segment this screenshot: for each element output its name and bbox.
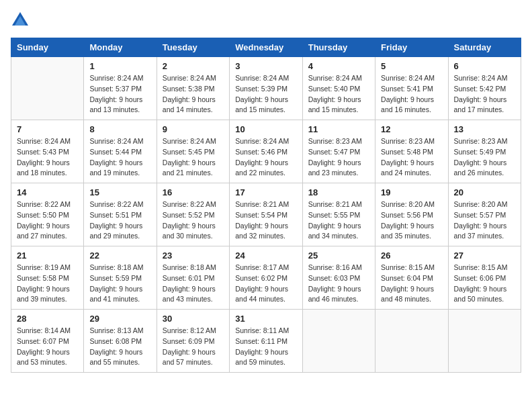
day-number: 4	[308, 61, 369, 71]
calendar-cell: 17Sunrise: 8:21 AMSunset: 5:54 PMDayligh…	[230, 183, 302, 246]
day-number: 31	[235, 314, 296, 324]
day-detail: Sunrise: 8:18 AMSunset: 6:01 PMDaylight:…	[163, 263, 224, 305]
calendar-cell: 3Sunrise: 8:24 AMSunset: 5:39 PMDaylight…	[230, 57, 302, 120]
day-detail: Sunrise: 8:24 AMSunset: 5:41 PMDaylight:…	[381, 73, 442, 116]
day-number: 28	[17, 314, 78, 324]
calendar-cell: 30Sunrise: 8:12 AMSunset: 6:09 PMDayligh…	[157, 310, 229, 373]
day-detail: Sunrise: 8:22 AMSunset: 5:50 PMDaylight:…	[17, 199, 78, 242]
day-number: 19	[381, 187, 442, 197]
day-detail: Sunrise: 8:12 AMSunset: 6:09 PMDaylight:…	[163, 326, 224, 368]
weekday-header-saturday: Saturday	[448, 38, 521, 57]
day-number: 11	[308, 124, 369, 134]
calendar-cell: 14Sunrise: 8:22 AMSunset: 5:50 PMDayligh…	[11, 183, 84, 246]
day-number: 22	[89, 250, 150, 261]
day-number: 17	[235, 187, 296, 197]
day-detail: Sunrise: 8:24 AMSunset: 5:37 PMDaylight:…	[89, 73, 150, 116]
calendar-cell: 15Sunrise: 8:22 AMSunset: 5:51 PMDayligh…	[84, 183, 157, 246]
calendar-week-4: 21Sunrise: 8:19 AMSunset: 5:58 PMDayligh…	[11, 246, 521, 310]
calendar-cell: 4Sunrise: 8:24 AMSunset: 5:40 PMDaylight…	[302, 57, 375, 120]
day-number: 13	[454, 124, 515, 134]
day-detail: Sunrise: 8:23 AMSunset: 5:49 PMDaylight:…	[454, 136, 515, 179]
day-detail: Sunrise: 8:24 AMSunset: 5:44 PMDaylight:…	[89, 136, 150, 179]
day-number: 16	[163, 187, 224, 197]
calendar-table: SundayMondayTuesdayWednesdayThursdayFrid…	[11, 38, 521, 373]
day-detail: Sunrise: 8:16 AMSunset: 6:03 PMDaylight:…	[308, 263, 369, 305]
day-number: 26	[381, 250, 442, 261]
day-detail: Sunrise: 8:13 AMSunset: 6:08 PMDaylight:…	[89, 326, 150, 368]
day-number: 23	[163, 250, 224, 261]
day-number: 12	[381, 124, 442, 134]
day-number: 10	[235, 124, 296, 134]
day-detail: Sunrise: 8:23 AMSunset: 5:48 PMDaylight:…	[381, 136, 442, 179]
day-detail: Sunrise: 8:15 AMSunset: 6:06 PMDaylight:…	[454, 263, 515, 305]
day-number: 6	[454, 61, 515, 71]
weekday-header-thursday: Thursday	[302, 38, 375, 57]
day-detail: Sunrise: 8:21 AMSunset: 5:55 PMDaylight:…	[308, 199, 369, 242]
page-header	[11, 11, 521, 30]
calendar-cell: 24Sunrise: 8:17 AMSunset: 6:02 PMDayligh…	[230, 246, 302, 310]
calendar-cell: 26Sunrise: 8:15 AMSunset: 6:04 PMDayligh…	[375, 246, 448, 310]
day-number: 8	[89, 124, 150, 134]
calendar-cell	[11, 57, 84, 120]
calendar-cell: 29Sunrise: 8:13 AMSunset: 6:08 PMDayligh…	[84, 310, 157, 373]
calendar-cell: 8Sunrise: 8:24 AMSunset: 5:44 PMDaylight…	[84, 120, 157, 183]
weekday-header-wednesday: Wednesday	[230, 38, 302, 57]
day-number: 14	[17, 187, 78, 197]
day-number: 1	[89, 61, 150, 71]
calendar-cell: 6Sunrise: 8:24 AMSunset: 5:42 PMDaylight…	[448, 57, 521, 120]
day-number: 3	[235, 61, 296, 71]
calendar-cell	[302, 310, 375, 373]
calendar-cell: 19Sunrise: 8:20 AMSunset: 5:56 PMDayligh…	[375, 183, 448, 246]
calendar-cell	[448, 310, 521, 373]
day-detail: Sunrise: 8:24 AMSunset: 5:40 PMDaylight:…	[308, 73, 369, 116]
weekday-header-monday: Monday	[84, 38, 157, 57]
logo-icon	[11, 11, 30, 30]
calendar-cell: 12Sunrise: 8:23 AMSunset: 5:48 PMDayligh…	[375, 120, 448, 183]
day-detail: Sunrise: 8:22 AMSunset: 5:51 PMDaylight:…	[89, 199, 150, 242]
day-detail: Sunrise: 8:18 AMSunset: 5:59 PMDaylight:…	[89, 263, 150, 305]
calendar-week-1: 1Sunrise: 8:24 AMSunset: 5:37 PMDaylight…	[11, 57, 521, 120]
calendar-cell: 21Sunrise: 8:19 AMSunset: 5:58 PMDayligh…	[11, 246, 84, 310]
day-detail: Sunrise: 8:14 AMSunset: 6:07 PMDaylight:…	[17, 326, 78, 368]
day-number: 24	[235, 250, 296, 261]
calendar-cell: 16Sunrise: 8:22 AMSunset: 5:52 PMDayligh…	[157, 183, 229, 246]
day-number: 21	[17, 250, 78, 261]
day-detail: Sunrise: 8:24 AMSunset: 5:43 PMDaylight:…	[17, 136, 78, 179]
day-number: 25	[308, 250, 369, 261]
calendar-cell: 27Sunrise: 8:15 AMSunset: 6:06 PMDayligh…	[448, 246, 521, 310]
calendar-cell: 18Sunrise: 8:21 AMSunset: 5:55 PMDayligh…	[302, 183, 375, 246]
day-detail: Sunrise: 8:24 AMSunset: 5:39 PMDaylight:…	[235, 73, 296, 116]
calendar-cell: 20Sunrise: 8:20 AMSunset: 5:57 PMDayligh…	[448, 183, 521, 246]
calendar-cell: 31Sunrise: 8:11 AMSunset: 6:11 PMDayligh…	[230, 310, 302, 373]
day-detail: Sunrise: 8:23 AMSunset: 5:47 PMDaylight:…	[308, 136, 369, 179]
day-detail: Sunrise: 8:24 AMSunset: 5:42 PMDaylight:…	[454, 73, 515, 116]
day-detail: Sunrise: 8:17 AMSunset: 6:02 PMDaylight:…	[235, 263, 296, 305]
day-number: 30	[163, 314, 224, 324]
day-detail: Sunrise: 8:20 AMSunset: 5:57 PMDaylight:…	[454, 199, 515, 242]
calendar-cell: 23Sunrise: 8:18 AMSunset: 6:01 PMDayligh…	[157, 246, 229, 310]
day-detail: Sunrise: 8:11 AMSunset: 6:11 PMDaylight:…	[235, 326, 296, 368]
weekday-header-friday: Friday	[375, 38, 448, 57]
day-detail: Sunrise: 8:21 AMSunset: 5:54 PMDaylight:…	[235, 199, 296, 242]
day-number: 20	[454, 187, 515, 197]
day-number: 27	[454, 250, 515, 261]
weekday-header-row: SundayMondayTuesdayWednesdayThursdayFrid…	[11, 38, 521, 57]
day-detail: Sunrise: 8:24 AMSunset: 5:38 PMDaylight:…	[163, 73, 224, 116]
day-number: 29	[89, 314, 150, 324]
calendar-cell: 25Sunrise: 8:16 AMSunset: 6:03 PMDayligh…	[302, 246, 375, 310]
weekday-header-sunday: Sunday	[11, 38, 84, 57]
day-number: 5	[381, 61, 442, 71]
calendar-cell: 2Sunrise: 8:24 AMSunset: 5:38 PMDaylight…	[157, 57, 229, 120]
day-number: 7	[17, 124, 78, 134]
calendar-cell: 9Sunrise: 8:24 AMSunset: 5:45 PMDaylight…	[157, 120, 229, 183]
day-detail: Sunrise: 8:19 AMSunset: 5:58 PMDaylight:…	[17, 263, 78, 305]
weekday-header-tuesday: Tuesday	[157, 38, 229, 57]
calendar-week-3: 14Sunrise: 8:22 AMSunset: 5:50 PMDayligh…	[11, 183, 521, 246]
calendar-week-5: 28Sunrise: 8:14 AMSunset: 6:07 PMDayligh…	[11, 310, 521, 373]
calendar-cell: 11Sunrise: 8:23 AMSunset: 5:47 PMDayligh…	[302, 120, 375, 183]
day-detail: Sunrise: 8:24 AMSunset: 5:45 PMDaylight:…	[163, 136, 224, 179]
day-detail: Sunrise: 8:24 AMSunset: 5:46 PMDaylight:…	[235, 136, 296, 179]
calendar-cell: 22Sunrise: 8:18 AMSunset: 5:59 PMDayligh…	[84, 246, 157, 310]
day-number: 15	[89, 187, 150, 197]
calendar-week-2: 7Sunrise: 8:24 AMSunset: 5:43 PMDaylight…	[11, 120, 521, 183]
